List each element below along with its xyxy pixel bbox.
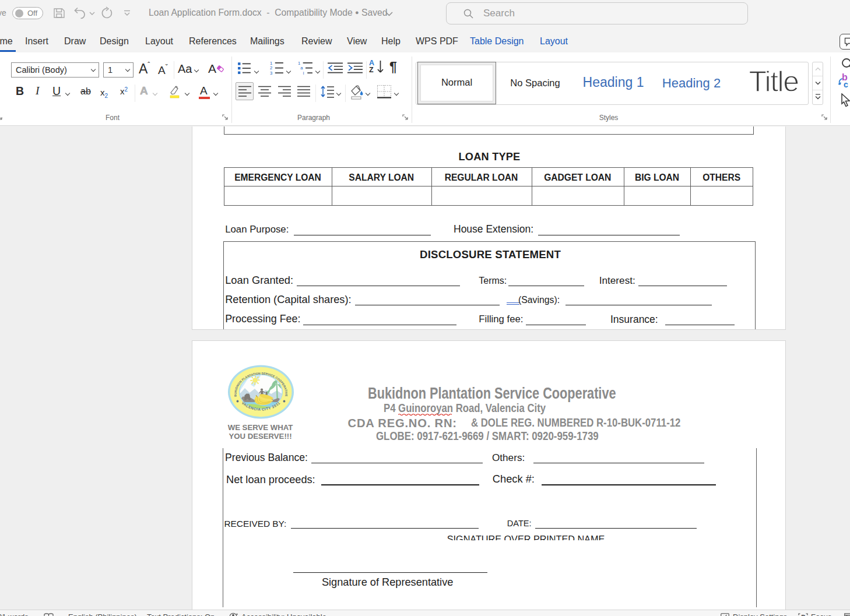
svg-text:a: a bbox=[300, 65, 303, 71]
svg-text:i: i bbox=[303, 71, 304, 75]
svg-text:1: 1 bbox=[298, 61, 300, 66]
svg-text:D: D bbox=[801, 613, 806, 616]
svg-text:3: 3 bbox=[270, 71, 272, 75]
svg-text:2: 2 bbox=[270, 65, 272, 71]
svg-text:c: c bbox=[844, 80, 848, 89]
svg-text:1: 1 bbox=[270, 61, 272, 66]
